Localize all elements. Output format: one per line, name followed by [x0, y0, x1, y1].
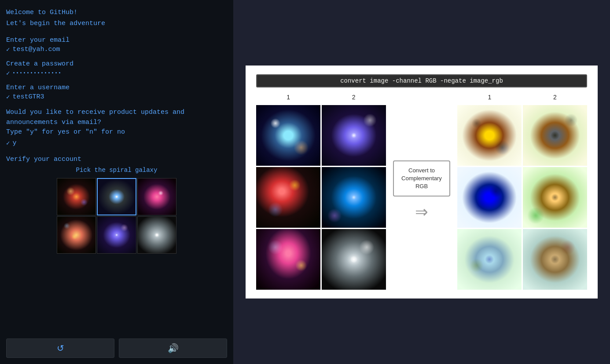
left-panel: Welcome to GitHub! Let's begin the adven…	[0, 0, 233, 364]
audio-icon: 🔊	[168, 343, 179, 353]
username-row: ✓ testGTR3	[6, 93, 227, 101]
updates-label: Would you like to receive product update…	[6, 108, 227, 138]
input-col2-label: 2	[321, 94, 386, 103]
password-value: ••••••••••••••	[12, 71, 62, 76]
output-col1-label: 1	[457, 94, 522, 103]
arrow-label-box: Convert to Complementary RGB	[393, 160, 450, 197]
updates-check-icon: ✓	[6, 139, 10, 147]
output-img-1-1	[457, 105, 522, 166]
audio-button[interactable]: 🔊	[119, 339, 227, 358]
output-col2-label: 2	[523, 94, 587, 103]
input-img-2-2	[322, 167, 386, 228]
input-img-grid	[256, 105, 386, 290]
username-check-icon: ✓	[6, 93, 10, 101]
output-img-3-2	[523, 229, 587, 290]
email-row: ✓ test@yah.com	[6, 46, 227, 53]
verify-section: Verify your account Pick the spiral gala…	[6, 156, 227, 254]
output-img-2-2	[523, 167, 587, 228]
command-bar: convert image -channel RGB -negate image…	[256, 74, 587, 87]
right-arrow-icon: ⇒	[415, 202, 428, 223]
captcha-cell-4[interactable]	[57, 216, 96, 254]
email-value: test@yah.com	[12, 46, 60, 53]
email-check-icon: ✓	[6, 46, 10, 53]
captcha-cell-2[interactable]	[97, 178, 136, 215]
username-label: Enter a username	[6, 84, 227, 91]
arrow-section: Convert to Complementary RGB ⇒	[386, 94, 458, 290]
updates-row: ✓ y	[6, 139, 227, 147]
captcha-grid	[57, 178, 176, 254]
email-label: Enter your email	[6, 36, 227, 44]
refresh-icon: ↺	[57, 343, 64, 353]
pick-instruction: Pick the spiral galaxy	[6, 167, 227, 174]
command-text: convert image -channel RGB -negate image…	[340, 77, 503, 84]
input-img-1-2	[322, 105, 386, 166]
output-img-2-1	[457, 167, 522, 228]
captcha-cell-3[interactable]	[137, 178, 176, 215]
arrow-label: Convert to Complementary RGB	[401, 167, 442, 189]
bottom-buttons: ↺ 🔊	[6, 339, 227, 358]
welcome-sub: Let's begin the adventure	[6, 19, 227, 29]
password-label: Create a password	[6, 60, 227, 68]
input-img-3-1	[256, 229, 320, 290]
verify-label: Verify your account	[6, 156, 227, 163]
input-img-1-1	[256, 105, 320, 166]
captcha-cell-1[interactable]	[57, 178, 96, 215]
username-value: testGTR3	[12, 93, 44, 101]
input-images: 1 2	[256, 94, 386, 290]
right-panel: convert image -channel RGB -negate image…	[233, 0, 610, 364]
output-col-header: 1 2	[457, 94, 587, 103]
grid-section: 1 2 Convert to Complementary RGB ⇒	[256, 94, 587, 290]
input-col-header: 1 2	[256, 94, 386, 103]
password-check-icon: ✓	[6, 69, 10, 77]
captcha-cell-6[interactable]	[137, 216, 176, 254]
output-images: 1 2	[457, 94, 587, 290]
welcome-title: Welcome to GitHub!	[6, 8, 227, 18]
input-col1-label: 1	[256, 94, 320, 103]
updates-value: y	[12, 139, 16, 147]
refresh-button[interactable]: ↺	[6, 339, 114, 358]
output-img-3-1	[457, 229, 522, 290]
output-img-1-2	[523, 105, 587, 166]
input-img-3-2	[322, 229, 386, 290]
input-img-2-1	[256, 167, 320, 228]
captcha-cell-5[interactable]	[97, 216, 136, 254]
image-convert-box: convert image -channel RGB -negate image…	[246, 66, 598, 298]
output-img-grid	[457, 105, 587, 290]
password-row: ✓ ••••••••••••••	[6, 69, 227, 77]
